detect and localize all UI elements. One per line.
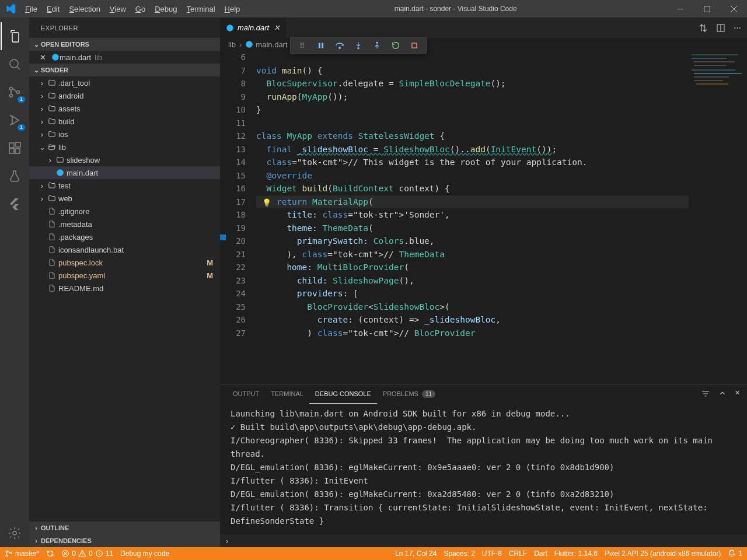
explorer-title: EXPLORER [29,18,220,38]
more-icon[interactable]: ⋯ [734,23,741,32]
svg-rect-24 [692,58,727,59]
editor-body[interactable]: 💡 67891011121314151617181920212223242526… [220,51,747,384]
status-device[interactable]: Pixel 2 API 25 (android-x86 emulator) [605,547,721,560]
status-encoding[interactable]: UTF-8 [482,547,502,560]
status-cursor-position[interactable]: Ln 17, Col 24 [395,547,437,560]
close-button[interactable] [720,0,747,18]
chevron-right-icon: › [32,524,41,531]
extensions-icon[interactable] [1,134,29,162]
status-branch[interactable]: master* [5,547,39,560]
window-controls [666,0,747,18]
tree-item[interactable]: ›build [29,115,220,128]
chevron-down-icon: ⌄ [32,66,41,74]
panel-tab-terminal[interactable]: TERMINAL [265,384,309,404]
breakpoint-marker[interactable] [220,235,226,240]
svg-point-32 [6,551,8,552]
bottom-panel: OUTPUT TERMINAL DEBUG CONSOLE PROBLEMS11… [220,384,747,547]
maximize-button[interactable] [693,0,720,18]
panel-close-icon[interactable]: ✕ [735,389,740,398]
tab-main-dart[interactable]: main.dart ✕ [220,18,287,38]
status-language[interactable]: Dart [534,547,547,560]
menu-terminal[interactable]: Terminal [181,0,219,18]
scm-badge: 1 [18,96,25,103]
lightbulb-icon[interactable]: 💡 [262,198,271,207]
source-control-icon[interactable]: 1 [1,78,29,106]
status-debug-config[interactable]: Debug my code [120,547,169,560]
restart-button[interactable] [388,38,404,53]
tree-item[interactable]: ›slideshow [29,153,220,166]
breadcrumb-folder[interactable]: lib [228,40,236,49]
svg-point-10 [13,531,16,535]
svg-point-3 [10,88,13,90]
tree-item[interactable]: ›web [29,192,220,205]
status-notifications[interactable]: 1 [728,547,742,560]
status-flutter[interactable]: Flutter: 1.14.6 [554,547,598,560]
section-project[interactable]: ⌄ SONDER [29,64,220,76]
section-outline[interactable]: › OUTLINE [29,522,220,534]
tree-item[interactable]: .metadata [29,218,220,230]
testing-icon[interactable] [1,162,29,190]
debug-console-output[interactable]: Launching lib\main.dart on Android SDK b… [220,404,747,534]
menu-selection[interactable]: Selection [64,0,104,18]
section-open-editors[interactable]: ⌄ OPEN EDITORS [29,38,220,51]
tree-item[interactable]: ›assets [29,102,220,115]
svg-point-34 [10,552,12,554]
code-content[interactable]: void main() { BlocSupervisor.delegate = … [256,51,689,384]
menu-edit[interactable]: Edit [42,0,64,18]
dart-file-icon [51,53,60,61]
tree-item[interactable]: ›test [29,179,220,192]
svg-point-13 [226,24,233,32]
step-into-button[interactable] [350,38,366,53]
debug-icon[interactable]: 1 [1,106,29,134]
step-out-button[interactable] [369,38,385,53]
filter-icon[interactable] [701,389,710,398]
panel-tab-output[interactable]: OUTPUT [227,384,265,404]
step-over-button[interactable] [331,38,348,53]
tree-item[interactable]: .packages [29,230,220,243]
close-icon[interactable]: ✕ [274,23,280,32]
tree-item[interactable]: pubspec.yamlM [29,269,220,282]
status-eol[interactable]: CRLF [509,547,527,560]
grip-icon[interactable]: ⠿ [294,38,310,53]
minimap[interactable] [689,51,747,384]
split-editor-icon[interactable] [716,23,725,33]
status-sync[interactable] [46,547,54,560]
tree-item[interactable]: ›ios [29,128,220,141]
stop-button[interactable] [406,38,423,53]
debug-console-input[interactable]: › [220,534,747,547]
status-indent[interactable]: Spaces: 2 [444,547,474,560]
pause-button[interactable] [313,38,329,53]
open-editor-item[interactable]: ✕ main.dart lib [29,51,220,64]
status-problems[interactable]: 0 0 11 [61,547,113,560]
svg-point-18 [358,48,359,49]
tree-item[interactable]: ⌄lib [29,141,220,153]
menu-go[interactable]: Go [131,0,150,18]
section-dependencies[interactable]: › DEPENDENCIES [29,534,220,547]
minimize-button[interactable] [666,0,693,18]
svg-rect-20 [412,43,417,48]
tree-item[interactable]: main.dart [29,166,220,179]
tree-item[interactable]: .gitignore [29,205,220,218]
explorer-icon[interactable] [1,22,29,50]
debug-toolbar[interactable]: ⠿ [290,37,427,54]
svg-rect-30 [694,80,723,81]
panel-maximize-icon[interactable] [718,389,727,398]
flutter-icon[interactable] [1,190,29,218]
tree-item[interactable]: README.md [29,282,220,295]
menu-file[interactable]: File [20,0,42,18]
menu-view[interactable]: View [105,0,131,18]
panel-tab-debug-console[interactable]: DEBUG CONSOLE [309,384,377,404]
search-icon[interactable] [1,50,29,78]
close-icon[interactable]: ✕ [40,53,49,62]
menu-help[interactable]: Help [220,0,245,18]
tree-item[interactable]: pubspec.lockM [29,256,220,269]
tree-item[interactable]: iconsandlaunch.bat [29,243,220,256]
compare-icon[interactable] [699,23,708,33]
tree-item[interactable]: ›.dart_tool [29,76,220,89]
menu-debug[interactable]: Debug [150,0,181,18]
window-title: main.dart - sonder - Visual Studio Code [245,5,666,13]
tree-item[interactable]: ›android [29,89,220,102]
panel-tab-problems[interactable]: PROBLEMS11 [377,384,441,404]
breadcrumb-file[interactable]: main.dart [245,40,287,49]
settings-gear-icon[interactable] [1,519,29,547]
